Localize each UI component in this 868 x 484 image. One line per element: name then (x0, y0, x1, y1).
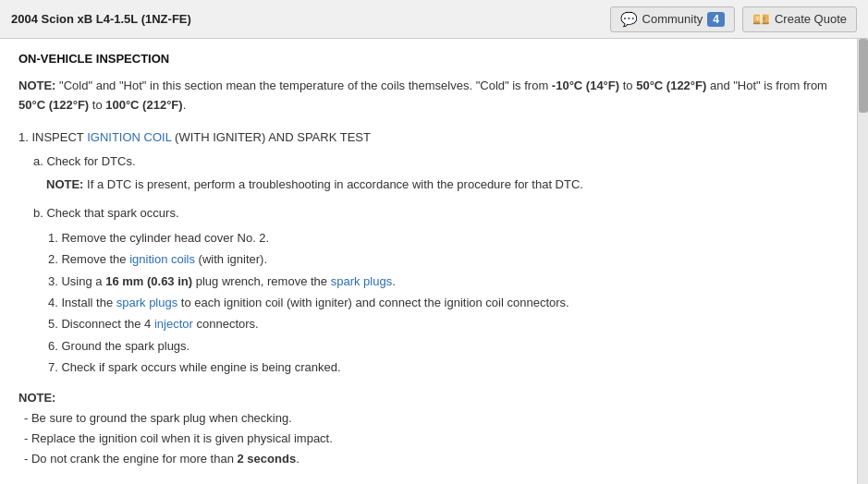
list-item-text-after: . (296, 452, 300, 466)
spark-plugs-link2[interactable]: spark plugs (116, 296, 177, 309)
sub-note-text: If a DTC is present, perform a troublesh… (83, 177, 582, 191)
community-badge: 4 (707, 12, 725, 27)
note-cold-range: -10°C (14°F) (552, 79, 619, 92)
list-item-num: 2. (48, 252, 61, 266)
list-item: Replace the ignition coil when it is giv… (24, 429, 838, 449)
list-item-bold: 2 seconds (238, 452, 297, 466)
list-item: 6. Ground the spark plugs. (48, 335, 838, 357)
list-item-text-before: Using a (61, 274, 105, 288)
note-hot-range: 50°C (122°F) (636, 79, 706, 92)
vehicle-title: 2004 Scion xB L4-1.5L (1NZ-FE) (11, 12, 191, 26)
note-label: NOTE: (18, 79, 55, 92)
list-item-text: Be sure to ground the spark plug when ch… (31, 411, 292, 425)
list-item: 3. Using a 16 mm (0.63 in) plug wrench, … (48, 271, 838, 292)
list-item: 5. Disconnect the 4 injector connectors. (48, 313, 838, 334)
scrollbar[interactable] (857, 39, 868, 484)
bottom-note: NOTE: Be sure to ground the spark plug w… (18, 388, 838, 469)
main-content: ON-VEHICLE INSPECTION NOTE: "Cold" and "… (0, 39, 857, 484)
header-actions: 💬 Community 4 💴 Create Quote (610, 6, 857, 32)
sub-item-b: b. Check that spark occurs. 1. Remove th… (18, 204, 838, 379)
bottom-note-list: Be sure to ground the spark plug when ch… (18, 408, 838, 469)
injector-link[interactable]: injector (154, 317, 193, 331)
list-item-text-before: Remove the (61, 252, 129, 266)
list-item-num: 4. (48, 296, 61, 309)
content-wrapper: ON-VEHICLE INSPECTION NOTE: "Cold" and "… (0, 39, 868, 484)
note-and: and "Hot" is from (706, 79, 803, 92)
sub-item-b-header: b. Check that spark occurs. (33, 204, 838, 224)
note-end-range: 100°C (212°F) (105, 98, 182, 112)
list-item-text: Remove the cylinder head cover No. 2. (61, 231, 269, 245)
note-to2: to (89, 98, 105, 112)
sub-note: NOTE: If a DTC is present, perform a tro… (18, 175, 838, 195)
list-item: 1. Remove the cylinder head cover No. 2. (48, 227, 838, 248)
list-item-text-after: . (392, 274, 396, 288)
list-item-bold: 16 mm (0.63 in) (105, 274, 192, 288)
sub-numbered-list: 1. Remove the cylinder head cover No. 2.… (33, 227, 838, 379)
quote-icon: 💴 (752, 11, 770, 28)
note-to: to (619, 79, 636, 92)
note-end: . (183, 98, 187, 112)
list-item-num: 5. (48, 317, 61, 331)
community-button[interactable]: 💬 Community 4 (610, 6, 735, 32)
list-item-text: Replace the ignition coil when it is giv… (31, 431, 333, 445)
list-item-text: Ground the spark plugs. (61, 339, 189, 353)
list-item-text-middle: plug wrench, remove the (192, 274, 331, 288)
create-quote-label: Create Quote (775, 12, 847, 26)
list-item-text-before: Do not crank the engine for more than (31, 452, 238, 466)
list-item-text-after: to each ignition coil (with igniter) and… (177, 296, 568, 309)
community-icon: 💬 (620, 11, 638, 28)
item1-label: 1. INSPECT (18, 130, 87, 144)
item1-rest: (WITH IGNITER) AND SPARK TEST (171, 130, 370, 144)
list-item: Do not crank the engine for more than 2 … (24, 449, 838, 469)
sub-item-a: a. Check for DTCs. (18, 152, 838, 172)
list-item-num: 3. (48, 274, 61, 288)
sub-note-label: NOTE: (46, 177, 83, 191)
main-item-1: 1. INSPECT IGNITION COIL (WITH IGNITER) … (18, 128, 838, 148)
list-item-text-after: (with igniter). (195, 252, 267, 266)
note-hot-range2: 50°C (122°F) (18, 98, 89, 112)
note-intro-text: "Cold" and "Hot" in this section mean th… (59, 79, 552, 92)
ignition-coils-link[interactable]: ignition coils (129, 252, 195, 266)
list-item: Be sure to ground the spark plug when ch… (24, 408, 838, 429)
header: 2004 Scion xB L4-1.5L (1NZ-FE) 💬 Communi… (0, 0, 868, 39)
community-label: Community (642, 12, 703, 26)
ignition-coil-link[interactable]: IGNITION COIL (87, 130, 171, 144)
list-item-text-after: connectors. (193, 317, 259, 331)
section-heading: ON-VEHICLE INSPECTION (18, 52, 838, 66)
bottom-note-label: NOTE: (18, 388, 838, 408)
list-item: 2. Remove the ignition coils (with ignit… (48, 248, 838, 270)
list-item-num: 1. (48, 231, 61, 245)
scrollbar-thumb[interactable] (859, 39, 868, 113)
list-item-text: Check if spark occurs while engine is be… (61, 360, 340, 374)
spark-plugs-link[interactable]: spark plugs (331, 274, 392, 288)
list-item: 4. Install the spark plugs to each ignit… (48, 292, 838, 313)
create-quote-button[interactable]: 💴 Create Quote (742, 6, 857, 32)
intro-note: NOTE: "Cold" and "Hot" in this section m… (18, 77, 838, 115)
sub-item-a-label: a. Check for DTCs. (33, 154, 136, 168)
list-item-num: 7. (48, 360, 61, 374)
list-item-text-before: Install the (61, 296, 116, 309)
list-item-num: 6. (48, 339, 61, 353)
list-item-text-before: Disconnect the 4 (61, 317, 153, 331)
list-item: 7. Check if spark occurs while engine is… (48, 357, 838, 378)
